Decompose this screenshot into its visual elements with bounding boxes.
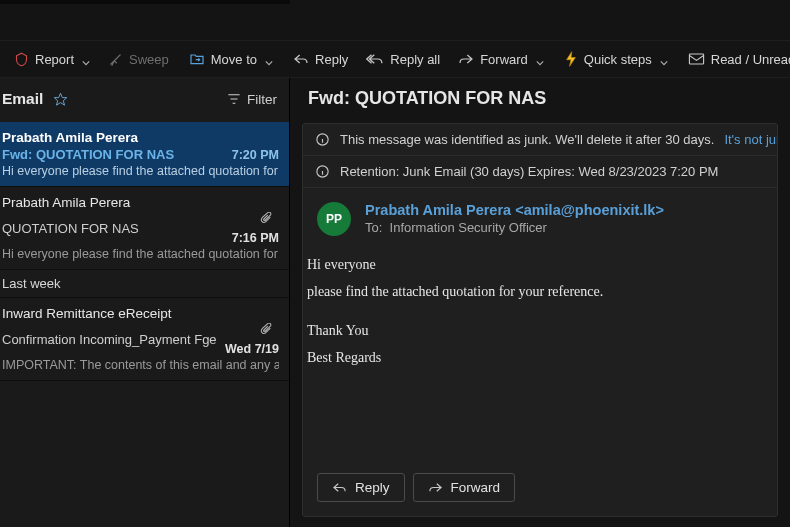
forward-action-button[interactable]: Forward [413,473,516,502]
list-item[interactable]: Prabath Amila PereraQUOTATION FOR NAS7:1… [0,187,289,270]
list-item-from: Prabath Amila Perera [2,130,279,145]
message-title: Fwd: QUOTATION FOR NAS [290,78,790,123]
reply-label: Reply [315,52,348,67]
move-to-label: Move to [211,52,257,67]
folder-move-icon [189,51,205,67]
reply-all-icon [366,52,384,66]
shield-icon [14,52,29,67]
read-unread-label: Read / Unread [711,52,790,67]
quick-steps-label: Quick steps [584,52,652,67]
list-item[interactable]: Inward Remittance eReceiptConfirmation I… [0,298,289,381]
svg-rect-0 [689,54,703,64]
reading-pane: Fwd: QUOTATION FOR NAS This message was … [290,78,790,527]
list-item-time: Wed 7/19 [225,342,279,356]
attachment-icon [260,323,273,340]
star-icon[interactable] [53,92,68,107]
lightning-icon [564,51,578,67]
reply-all-label: Reply all [390,52,440,67]
list-item[interactable]: Prabath Amila PereraFwd: QUOTATION FOR N… [0,122,289,187]
chevron-down-icon [536,55,544,63]
list-item-subject: Confirmation Incoming_Payment Fge [2,332,217,347]
info-icon [315,132,330,147]
list-group-header[interactable]: Last week [0,270,289,298]
retention-text: Retention: Junk Email (30 days) Expires:… [340,164,718,179]
list-item-preview: Hi everyone please find the attached quo… [2,164,279,178]
reply-button[interactable]: Reply [285,47,356,72]
junk-banner: This message was identified as junk. We'… [303,124,777,156]
reply-icon [293,52,309,66]
attachment-icon [260,212,273,229]
reply-action-button[interactable]: Reply [317,473,405,502]
list-item-subject: Fwd: QUOTATION FOR NAS [2,147,174,162]
message-list-pane: Email Filter Prabath Amila PereraFwd: QU… [0,78,290,527]
to-line: To: Information Security Officer [365,220,763,235]
list-item-preview: Hi everyone please find the attached quo… [2,247,279,261]
list-item-subject: QUOTATION FOR NAS [2,221,139,236]
forward-icon [458,52,474,66]
forward-action-label: Forward [451,480,501,495]
avatar: PP [317,202,351,236]
list-item-preview: IMPORTANT: The contents of this email an… [2,358,279,372]
filter-label: Filter [247,92,277,107]
message-body: Hi everyoneplease find the attached quot… [303,242,777,384]
chevron-down-icon [660,55,668,63]
filter-icon [227,92,241,106]
broom-icon [108,52,123,67]
list-item-time: 7:20 PM [232,148,279,162]
chevron-down-icon [265,55,273,63]
envelope-icon [688,52,705,66]
command-toolbar: Report Sweep Move to Reply Reply all For… [0,40,790,78]
list-item-time: 7:16 PM [232,231,279,245]
info-icon [315,164,330,179]
junk-text: This message was identified as junk. We'… [340,132,714,147]
reply-all-button[interactable]: Reply all [358,47,448,72]
folder-title: Email [2,90,43,108]
quick-steps-button[interactable]: Quick steps [556,46,676,72]
sender-line[interactable]: Prabath Amila Perera <amila@phoenixit.lk… [365,202,763,218]
sweep-button[interactable]: Sweep [100,47,177,72]
report-button[interactable]: Report [6,47,98,72]
read-unread-button[interactable]: Read / Unread [680,47,790,72]
list-item-from: Prabath Amila Perera [2,195,279,210]
retention-banner: Retention: Junk Email (30 days) Expires:… [303,156,777,188]
forward-icon [428,481,443,494]
reply-action-label: Reply [355,480,390,495]
chevron-down-icon [82,55,90,63]
move-to-button[interactable]: Move to [181,46,281,72]
list-item-from: Inward Remittance eReceipt [2,306,279,321]
report-label: Report [35,52,74,67]
filter-button[interactable]: Filter [227,92,277,107]
sweep-label: Sweep [129,52,169,67]
not-junk-link[interactable]: It's not junk [724,132,777,147]
reply-icon [332,481,347,494]
forward-button[interactable]: Forward [450,47,552,72]
forward-label: Forward [480,52,528,67]
